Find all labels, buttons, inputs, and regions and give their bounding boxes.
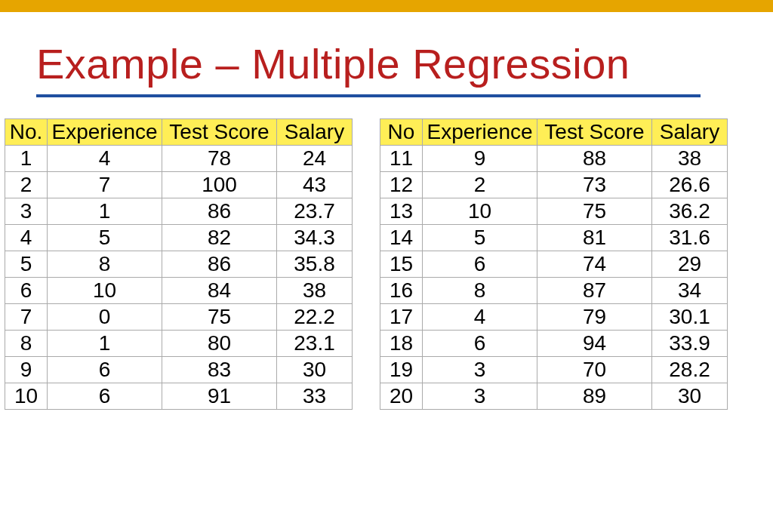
cell-experience: 10 [48,278,162,304]
table-row: 1747930.1 [380,304,728,331]
table-row: 1869433.9 [380,331,728,357]
cell-testscore: 75 [537,198,652,225]
cell-salary: 36.2 [652,198,728,225]
regression-table-2: No Experience Test Score Salary 11988381… [380,118,728,410]
cell-no: 6 [5,278,48,304]
cell-no: 4 [5,225,48,251]
cell-experience: 7 [48,172,162,198]
cell-salary: 31.6 [652,225,728,251]
cell-experience: 1 [48,331,162,357]
cell-testscore: 89 [537,383,652,410]
col-header-experience: Experience [48,119,162,146]
cell-no: 8 [5,331,48,357]
cell-salary: 29 [652,251,728,278]
page-title: Example – Multiple Regression [36,39,755,88]
cell-salary: 22.2 [277,304,353,331]
accent-bar [0,0,773,12]
table-row: 458234.3 [5,225,353,251]
col-header-salary: Salary [652,119,728,146]
cell-experience: 3 [423,383,537,410]
col-header-experience: Experience [423,119,537,146]
cell-salary: 23.7 [277,198,353,225]
regression-table-1: No. Experience Test Score Salary 1478242… [5,118,353,410]
cell-no: 5 [5,251,48,278]
cell-testscore: 88 [537,146,652,172]
col-header-testscore: Test Score [537,119,652,146]
cell-testscore: 86 [162,251,277,278]
cell-experience: 10 [423,198,537,225]
cell-testscore: 87 [537,278,652,304]
cell-no: 15 [380,251,423,278]
cell-testscore: 83 [162,357,277,383]
cell-experience: 5 [48,225,162,251]
cell-testscore: 73 [537,172,652,198]
cell-testscore: 91 [162,383,277,410]
col-header-no: No. [5,119,48,146]
table-row: 6108438 [5,278,353,304]
col-header-salary: Salary [277,119,353,146]
cell-salary: 30 [277,357,353,383]
cell-experience: 8 [423,278,537,304]
cell-salary: 23.1 [277,331,353,357]
table-body-2: 11988381227326.613107536.21458131.615674… [380,146,728,410]
cell-testscore: 84 [162,278,277,304]
cell-salary: 38 [652,146,728,172]
cell-experience: 2 [423,172,537,198]
cell-experience: 5 [423,225,537,251]
cell-salary: 30.1 [652,304,728,331]
col-header-testscore: Test Score [162,119,277,146]
table-row: 1198838 [380,146,728,172]
cell-salary: 26.6 [652,172,728,198]
cell-experience: 3 [423,357,537,383]
cell-no: 7 [5,304,48,331]
table-row: 1227326.6 [380,172,728,198]
table-header-row: No Experience Test Score Salary [380,119,728,146]
table-row: 1458131.6 [380,225,728,251]
cell-testscore: 79 [537,304,652,331]
cell-salary: 33.9 [652,331,728,357]
cell-salary: 33 [277,383,353,410]
cell-salary: 28.2 [652,357,728,383]
cell-no: 10 [5,383,48,410]
cell-no: 16 [380,278,423,304]
cell-testscore: 81 [537,225,652,251]
cell-no: 14 [380,225,423,251]
table-row: 2038930 [380,383,728,410]
cell-experience: 8 [48,251,162,278]
cell-testscore: 80 [162,331,277,357]
cell-experience: 6 [48,383,162,410]
cell-salary: 34.3 [277,225,353,251]
cell-salary: 38 [277,278,353,304]
cell-salary: 35.8 [277,251,353,278]
table-body-1: 1478242710043318623.7458234.3588635.8610… [5,146,353,410]
cell-no: 9 [5,357,48,383]
cell-no: 2 [5,172,48,198]
cell-no: 13 [380,198,423,225]
slide-content: Example – Multiple Regression No. Experi… [0,12,773,410]
cell-testscore: 94 [537,331,652,357]
cell-experience: 6 [423,251,537,278]
cell-testscore: 78 [162,146,277,172]
table-row: 318623.7 [5,198,353,225]
cell-testscore: 86 [162,198,277,225]
table-row: 968330 [5,357,353,383]
cell-experience: 1 [48,198,162,225]
tables-container: No. Experience Test Score Salary 1478242… [5,118,755,410]
table-row: 1937028.2 [380,357,728,383]
cell-experience: 4 [48,146,162,172]
cell-no: 1 [5,146,48,172]
cell-no: 3 [5,198,48,225]
cell-experience: 9 [423,146,537,172]
table-row: 13107536.2 [380,198,728,225]
cell-experience: 6 [48,357,162,383]
cell-testscore: 70 [537,357,652,383]
table-row: 818023.1 [5,331,353,357]
cell-testscore: 74 [537,251,652,278]
cell-no: 20 [380,383,423,410]
table-row: 707522.2 [5,304,353,331]
table-row: 147824 [5,146,353,172]
cell-salary: 43 [277,172,353,198]
cell-no: 11 [380,146,423,172]
cell-testscore: 82 [162,225,277,251]
cell-experience: 0 [48,304,162,331]
